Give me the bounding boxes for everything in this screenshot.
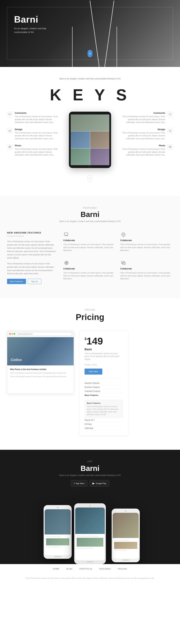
- feature-card-title-2: Collaborate: [120, 239, 173, 242]
- keys-scroll-dot: [90, 178, 90, 179]
- feature-card-desc-1: This is Photoshop's version of Lorem Ips…: [63, 243, 116, 252]
- feature-title: Photo: [120, 144, 165, 147]
- apple-icon: : [74, 482, 75, 485]
- app-section: App Barni Barni is an elegant, modern an…: [0, 450, 180, 564]
- svg-rect-6: [169, 130, 171, 132]
- pricing-number: 149: [86, 336, 103, 346]
- keys-scroll-button[interactable]: [88, 175, 92, 182]
- tablet-img-1: [71, 114, 109, 131]
- app-store-button[interactable]:  App Store: [71, 480, 88, 486]
- pricing-amount: $ 149: [85, 336, 123, 346]
- feature-item-photo-left: Photo This is Photoshop's version of Lor…: [7, 144, 60, 156]
- start-now-button[interactable]: Start Now: [85, 368, 102, 374]
- phone-screen-image-right: [114, 542, 137, 549]
- feature-text-design-right: Design This is Photoshop's version of Lo…: [120, 128, 165, 140]
- keys-content-grid: Comments This is Photoshop's version of …: [7, 112, 173, 168]
- features-left-panel: NEW AWESOME FEATURES Founder & Composer …: [7, 232, 56, 284]
- pricing-feature-label: Analytics Reports: [85, 382, 100, 384]
- photo-icon-right: [167, 144, 173, 150]
- nav-portfolio[interactable]: PORTFOLIO: [79, 568, 92, 570]
- feature-text-comments-right: Comments This is Photoshop's version of …: [120, 112, 165, 124]
- svg-rect-0: [9, 113, 11, 115]
- hero-scroll-button[interactable]: [88, 50, 92, 57]
- footer-text-block: This is Photoshop's version of Lorem Ips…: [0, 574, 180, 587]
- phone-screen-right: Lorem ipsum dolor sit amet Consectetur a…: [113, 513, 139, 558]
- pricing-plan-desc: This is a Photoshop's version of Lorem I…: [85, 352, 123, 361]
- feature-item-comments-right: Comments This is Photoshop's version of …: [120, 112, 173, 124]
- features-title: Barni: [7, 210, 173, 219]
- signup-button[interactable]: Sign Up: [28, 279, 41, 284]
- basic-features-box: Basic Features This is a Photoshop's ver…: [85, 400, 123, 418]
- tablet-screen: [71, 114, 109, 165]
- feature-text-design-left: Design This is Photoshop's version of Lo…: [15, 128, 60, 140]
- browser-maximize-dot: [13, 333, 15, 334]
- feature-item-comments-left: Comments This is Photoshop's version of …: [7, 112, 60, 124]
- phone-screen-text2: Consectetur adipiscing elit: [46, 546, 69, 548]
- bridge-arch: [72, 27, 117, 67]
- feature-title: Comments: [120, 112, 165, 114]
- hero-section: Barni it's an elegant, modern and fully …: [0, 0, 180, 67]
- tablet-img-4: [71, 148, 90, 165]
- browser-body-p1: This is a Photoshop's version of Lorem I…: [10, 372, 71, 374]
- pricing-feature-label: Business Support: [85, 386, 100, 388]
- feature-card-desc-4: This is Photoshop's version of Lorem Ips…: [120, 271, 173, 280]
- keys-tablet-mockup: [64, 112, 116, 168]
- svg-point-3: [9, 147, 10, 148]
- pricing-layout: www.example.com Cotíco Why Plume is the …: [7, 331, 173, 436]
- feature-title: Design: [120, 128, 165, 131]
- keys-title: K E Y S: [7, 87, 173, 103]
- feature-card-title-3: Collaborate: [63, 268, 116, 270]
- pricing-feature-label: Unlimited Projects: [85, 390, 100, 392]
- pricing-feature-report: Report 4d ?: [85, 418, 123, 422]
- phone-screen-text2: Consectetur adipiscing: [114, 550, 137, 551]
- feature-card-2: Collaborate This is Photoshop's version …: [120, 232, 173, 256]
- feature-card-title-4: Collaborate: [120, 268, 173, 270]
- browser-body-p2: This is a Photoshop's version of Lorem I…: [10, 375, 71, 378]
- design-icon: [7, 128, 13, 134]
- phone-screen-text2: Adipiscing elit sed do eiusmod: [77, 547, 103, 549]
- features-layout: NEW AWESOME FEATURES Founder & Composer …: [7, 232, 173, 284]
- nav-pricing[interactable]: PRICING: [118, 568, 127, 570]
- feature-card-icon-1: [63, 232, 70, 238]
- features-tagline: Features: [7, 207, 173, 209]
- android-icon: ▶: [92, 482, 95, 485]
- phone-camera-left: [57, 507, 58, 508]
- svg-point-11: [123, 234, 124, 235]
- feature-desc: This is Photoshop's version of Lorem Ips…: [120, 131, 165, 140]
- pricing-header: Pricing Pricing: [7, 309, 173, 322]
- pricing-plan-name: Basic: [85, 348, 123, 351]
- browser-bar: www.example.com: [7, 331, 74, 337]
- phone-mockup-left: Lorem ipsum dolor sit amet Consectetur a…: [44, 505, 72, 559]
- design-icon-right: [167, 128, 173, 134]
- more-features-button[interactable]: More Features: [7, 279, 26, 284]
- app-tagline: App: [7, 460, 173, 463]
- phone-screen-hero-left: [45, 509, 71, 534]
- feature-card-4: Collaborate This is Photoshop's version …: [120, 260, 173, 284]
- feature-desc: This is Photoshop's version of Lorem Ips…: [15, 131, 60, 140]
- svg-point-8: [170, 147, 171, 148]
- browser-close-dot: [9, 333, 11, 334]
- nav-home[interactable]: HOME: [53, 568, 59, 570]
- phone-mockup-main: Lorem ipsum dolor sit amet consectetur A…: [74, 503, 106, 564]
- keys-features-left: Comments This is Photoshop's version of …: [7, 112, 60, 156]
- phone-home-btn-left: [54, 556, 61, 557]
- phone-camera-right: [125, 510, 126, 512]
- nav-features[interactable]: FEATURES: [99, 568, 111, 570]
- feature-desc: This is Photoshop's version of Lorem Ips…: [15, 148, 60, 156]
- phone-home-btn-right: [122, 560, 129, 560]
- svg-rect-2: [9, 146, 11, 148]
- google-play-button[interactable]: ▶ Google Play: [89, 480, 109, 486]
- phone-camera-main: [89, 505, 91, 506]
- tablet-home-button: [88, 166, 92, 167]
- app-store-buttons:  App Store ▶ Google Play: [7, 480, 173, 486]
- phone-home-btn-main: [86, 562, 94, 562]
- svg-rect-5: [169, 113, 171, 115]
- phone-screen-image-main: [77, 538, 103, 546]
- browser-url-bar[interactable]: www.example.com: [16, 332, 72, 336]
- nav-blog[interactable]: BLOG: [66, 568, 73, 570]
- browser-body-title: Why Plume is the best freelance builder: [10, 368, 71, 370]
- features-left-sub: Founder & Composer: [7, 235, 56, 237]
- phone-screen-hero-right: [113, 513, 139, 538]
- pricing-feature-calkit: Calkit App: [85, 426, 123, 430]
- feature-card-icon-4: [120, 260, 127, 266]
